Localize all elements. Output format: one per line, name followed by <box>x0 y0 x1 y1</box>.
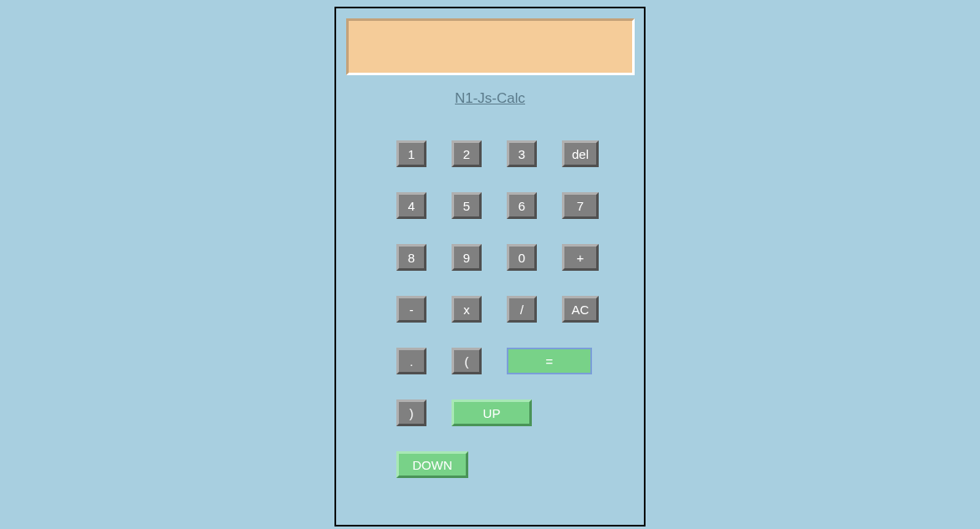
display-screen <box>346 18 635 75</box>
calculator-container: N1-Js-Calc 1 2 3 del 4 5 6 7 8 9 0 + - x… <box>334 7 646 526</box>
digit-9-button[interactable]: 9 <box>452 244 482 271</box>
digit-8-button[interactable]: 8 <box>396 244 426 271</box>
app-title: N1-Js-Calc <box>346 90 634 107</box>
up-button[interactable]: UP <box>452 399 532 426</box>
keypad-row-7: DOWN <box>396 451 634 478</box>
down-button[interactable]: DOWN <box>396 451 468 478</box>
digit-0-button[interactable]: 0 <box>507 244 537 271</box>
digit-5-button[interactable]: 5 <box>452 192 482 219</box>
keypad-row-6: ) UP <box>396 399 634 426</box>
keypad: 1 2 3 del 4 5 6 7 8 9 0 + - x / AC . ( = <box>346 140 634 503</box>
open-paren-button[interactable]: ( <box>452 348 482 374</box>
decimal-button[interactable]: . <box>396 348 426 374</box>
digit-6-button[interactable]: 6 <box>507 192 537 219</box>
multiply-button[interactable]: x <box>452 296 482 323</box>
keypad-row-3: 8 9 0 + <box>396 244 634 271</box>
plus-button[interactable]: + <box>562 244 599 271</box>
minus-button[interactable]: - <box>396 296 426 323</box>
digit-2-button[interactable]: 2 <box>452 140 482 167</box>
digit-3-button[interactable]: 3 <box>507 140 537 167</box>
equals-button[interactable]: = <box>507 348 592 374</box>
all-clear-button[interactable]: AC <box>562 296 599 323</box>
divide-button[interactable]: / <box>507 296 537 323</box>
close-paren-button[interactable]: ) <box>396 399 426 426</box>
keypad-row-1: 1 2 3 del <box>396 140 634 167</box>
keypad-row-2: 4 5 6 7 <box>396 192 634 219</box>
digit-1-button[interactable]: 1 <box>396 140 426 167</box>
digit-7-button[interactable]: 7 <box>562 192 599 219</box>
delete-button[interactable]: del <box>562 140 599 167</box>
digit-4-button[interactable]: 4 <box>396 192 426 219</box>
keypad-row-5: . ( = <box>396 348 634 374</box>
keypad-row-4: - x / AC <box>396 296 634 323</box>
